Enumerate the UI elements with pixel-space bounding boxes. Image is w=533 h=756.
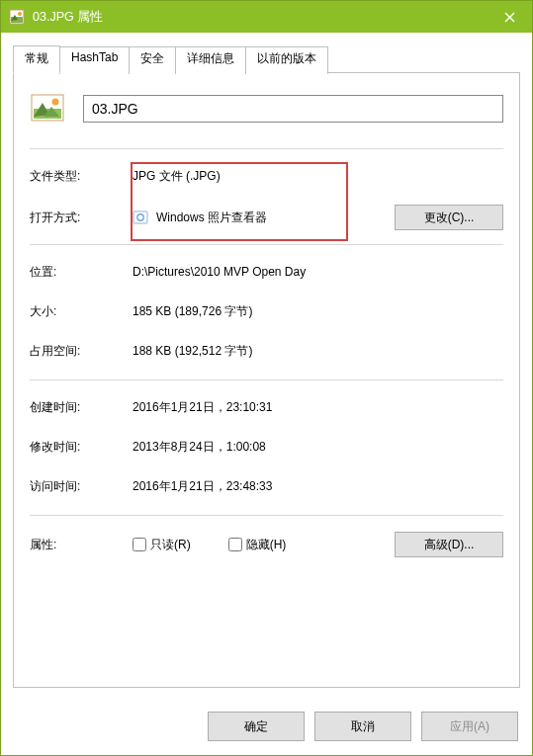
- tab-details[interactable]: 详细信息: [175, 46, 246, 74]
- label-accessed: 访问时间:: [30, 478, 133, 495]
- label-created: 创建时间:: [30, 399, 133, 416]
- cancel-button[interactable]: 取消: [314, 712, 411, 741]
- value-created: 2016年1月21日，23:10:31: [133, 399, 503, 416]
- label-file-type: 文件类型:: [30, 168, 133, 185]
- hidden-checkbox[interactable]: 隐藏(H): [228, 537, 287, 553]
- label-attributes: 属性:: [30, 537, 133, 553]
- hidden-checkbox-input[interactable]: [228, 538, 242, 551]
- separator: [30, 515, 503, 516]
- filename-input[interactable]: [83, 95, 503, 123]
- separator: [30, 148, 503, 149]
- separator: [30, 379, 503, 380]
- label-opens-with: 打开方式:: [30, 210, 133, 226]
- separator: [30, 244, 503, 245]
- value-file-type: JPG 文件 (.JPG): [133, 168, 503, 185]
- content-area: 常规 HashTab 安全 详细信息 以前的版本: [1, 33, 532, 700]
- titlebar: 03.JPG 属性: [1, 1, 532, 33]
- window-title: 03.JPG 属性: [33, 9, 487, 26]
- value-size: 185 KB (189,726 字节): [133, 303, 503, 320]
- value-modified: 2013年8月24日，1:00:08: [133, 439, 503, 456]
- label-size-on-disk: 占用空间:: [30, 343, 133, 360]
- svg-point-2: [18, 12, 22, 16]
- app-icon: [9, 9, 25, 25]
- value-accessed: 2016年1月21日，23:48:33: [133, 478, 503, 495]
- readonly-checkbox-input[interactable]: [133, 538, 146, 551]
- value-opens-with: Windows 照片查看器: [133, 210, 395, 226]
- close-button[interactable]: [487, 1, 532, 33]
- apply-button[interactable]: 应用(A): [421, 712, 518, 741]
- file-type-icon: [30, 91, 65, 126]
- svg-point-5: [52, 99, 59, 106]
- tab-panel: 文件类型: JPG 文件 (.JPG) 打开方式: Windows 照片查看器 …: [13, 72, 520, 688]
- readonly-checkbox[interactable]: 只读(R): [133, 537, 191, 553]
- change-button[interactable]: 更改(C)...: [395, 205, 503, 230]
- tab-security[interactable]: 安全: [129, 46, 176, 74]
- tab-previous-versions[interactable]: 以前的版本: [245, 46, 328, 74]
- label-location: 位置:: [30, 264, 133, 281]
- advanced-button[interactable]: 高级(D)...: [395, 532, 503, 557]
- properties-window: 03.JPG 属性 常规 HashTab 安全 详细信息 以前的版本: [0, 0, 533, 756]
- opens-with-text: Windows 照片查看器: [156, 210, 267, 226]
- tabstrip: 常规 HashTab 安全 详细信息 以前的版本: [13, 44, 520, 72]
- dialog-footer: 确定 取消 应用(A): [1, 700, 532, 755]
- hidden-label: 隐藏(H): [246, 537, 287, 553]
- ok-button[interactable]: 确定: [208, 712, 305, 741]
- tab-general[interactable]: 常规: [13, 45, 60, 73]
- label-modified: 修改时间:: [30, 439, 133, 456]
- photo-viewer-icon: [133, 210, 148, 225]
- readonly-label: 只读(R): [150, 537, 191, 553]
- value-location: D:\Pictures\2010 MVP Open Day: [133, 265, 503, 279]
- value-size-on-disk: 188 KB (192,512 字节): [133, 343, 503, 360]
- svg-rect-6: [133, 211, 147, 223]
- label-size: 大小:: [30, 303, 133, 320]
- tab-hashtab[interactable]: HashTab: [59, 46, 130, 74]
